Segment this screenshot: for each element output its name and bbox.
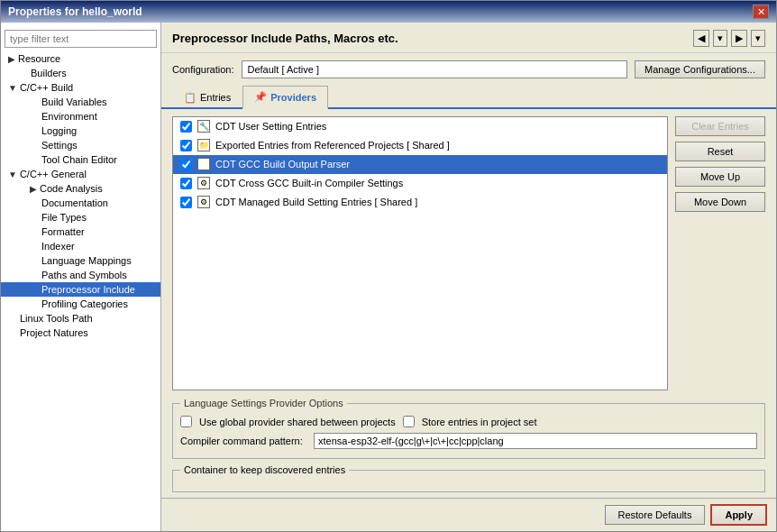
compiler-pattern-input[interactable] xyxy=(314,433,757,449)
provider-checkbox-cdt-user[interactable] xyxy=(180,121,192,133)
provider-icon-cdt-user: 🔧 xyxy=(197,120,210,133)
content-area: 🔧CDT User Setting Entries📁Exported Entri… xyxy=(161,109,776,398)
provider-checkbox-exported[interactable] xyxy=(180,140,192,151)
providers-icon: 📌 xyxy=(254,91,267,103)
provider-icon-cdt-gcc-build: ⚙ xyxy=(197,158,210,170)
sidebar-label-code-analysis: Code Analysis xyxy=(40,183,103,194)
global-provider-label: Use global provider shared between proje… xyxy=(199,417,396,427)
right-panel: Preprocessor Include Paths, Macros etc. … xyxy=(161,23,776,531)
sidebar-label-project-natures: Project Natures xyxy=(20,327,88,338)
sidebar-item-settings[interactable]: Settings xyxy=(1,138,160,152)
sidebar-item-formatter[interactable]: Formatter xyxy=(1,225,160,239)
sidebar-label-preprocessor-include: Preprocessor Include xyxy=(41,284,135,295)
provider-icon-cdt-cross-gcc: ⚙ xyxy=(197,177,210,189)
compiler-pattern-label: Compiler command pattern: xyxy=(180,436,306,446)
sidebar-item-build-variables[interactable]: Build Variables xyxy=(1,95,160,109)
global-provider-checkbox[interactable] xyxy=(180,416,192,427)
provider-label-cdt-user: CDT User Setting Entries xyxy=(215,121,326,132)
sidebar-item-file-types[interactable]: File Types xyxy=(1,210,160,225)
provider-icon-cdt-managed: ⚙ xyxy=(197,196,210,208)
tabs-row: 📋 Entries 📌 Providers xyxy=(161,86,776,109)
container-fieldset: Container to keep discovered entries xyxy=(172,464,765,492)
tree-arrow-resource: ▶ xyxy=(8,54,15,64)
sidebar-item-profiling-categories[interactable]: Profiling Categories xyxy=(1,297,160,311)
sidebar-item-linux-tools-path[interactable]: Linux Tools Path xyxy=(1,311,160,326)
sidebar-label-file-types: File Types xyxy=(41,212,87,223)
lower-content: Language Settings Provider Options Use g… xyxy=(161,398,776,498)
config-label: Configuration: xyxy=(172,64,234,75)
sidebar-item-builders[interactable]: Builders xyxy=(1,66,160,80)
dialog-title: Properties for hello_world xyxy=(8,5,142,18)
compiler-pattern-row: Compiler command pattern: xyxy=(180,429,757,453)
sidebar-item-preprocessor-include[interactable]: Preprocessor Include xyxy=(1,282,160,297)
tree-arrow-cpp-general: ▼ xyxy=(8,170,17,179)
container-legend: Container to keep discovered entries xyxy=(180,464,349,475)
restore-defaults-button[interactable]: Restore Defaults xyxy=(605,505,706,525)
sidebar-item-cpp-build[interactable]: ▼C/C++ Build xyxy=(1,80,160,95)
tab-providers[interactable]: 📌 Providers xyxy=(242,86,328,109)
close-button[interactable]: ✕ xyxy=(753,5,769,19)
entries-icon: 📋 xyxy=(184,92,197,104)
store-entries-label: Store entries in project set xyxy=(422,417,537,427)
provider-checkbox-cdt-gcc-build[interactable] xyxy=(180,159,192,170)
nav-arrows: ◀ ▾ ▶ ▾ xyxy=(693,30,765,47)
nav-dropdown-fwd[interactable]: ▾ xyxy=(751,30,765,47)
sidebar-label-build-variables: Build Variables xyxy=(41,96,107,107)
sidebar-item-environment[interactable]: Environment xyxy=(1,109,160,124)
provider-checkbox-cdt-managed[interactable] xyxy=(180,197,192,208)
filter-input[interactable] xyxy=(5,30,157,48)
sidebar-label-resource: Resource xyxy=(18,53,60,64)
sidebar-label-environment: Environment xyxy=(41,111,97,122)
sidebar-item-language-mappings[interactable]: Language Mappings xyxy=(1,253,160,268)
manage-configurations-button[interactable]: Manage Configurations... xyxy=(635,60,765,78)
global-provider-row: Use global provider shared between proje… xyxy=(180,414,757,429)
list-item-cdt-gcc-build[interactable]: ⚙CDT GCC Build Output Parser xyxy=(173,155,667,174)
sidebar-label-settings: Settings xyxy=(41,140,78,151)
panel-title: Preprocessor Include Paths, Macros etc. xyxy=(172,32,398,45)
language-settings-legend: Language Settings Provider Options xyxy=(180,398,347,408)
list-item-exported[interactable]: 📁Exported Entries from Referenced Projec… xyxy=(173,136,667,155)
tab-entries[interactable]: 📋 Entries xyxy=(172,86,242,109)
list-item-cdt-managed[interactable]: ⚙CDT Managed Build Setting Entries [ Sha… xyxy=(173,193,667,212)
sidebar-item-tool-chain-editor[interactable]: Tool Chain Editor xyxy=(1,152,160,167)
move-up-button[interactable]: Move Up xyxy=(675,167,765,187)
clear-entries-button[interactable]: Clear Entries xyxy=(675,116,765,136)
sidebar-item-code-analysis[interactable]: ▶Code Analysis xyxy=(1,181,160,196)
apply-button[interactable]: Apply xyxy=(710,504,767,526)
move-down-button[interactable]: Move Down xyxy=(675,192,765,212)
side-buttons: Clear Entries Reset Move Up Move Down xyxy=(675,116,765,390)
list-item-cdt-user[interactable]: 🔧CDT User Setting Entries xyxy=(173,117,667,136)
tree-arrow-code-analysis: ▶ xyxy=(30,184,37,194)
sidebar-item-paths-and-symbols[interactable]: Paths and Symbols xyxy=(1,268,160,282)
sidebar-label-builders: Builders xyxy=(31,68,67,78)
store-entries-checkbox[interactable] xyxy=(403,416,415,427)
sidebar-item-project-natures[interactable]: Project Natures xyxy=(1,326,160,340)
main-content: ▶ResourceBuilders▼C/C++ BuildBuild Varia… xyxy=(1,23,776,531)
provider-label-cdt-gcc-build: CDT GCC Build Output Parser xyxy=(215,159,350,170)
panel-header: Preprocessor Include Paths, Macros etc. … xyxy=(161,23,776,53)
sidebar-label-paths-and-symbols: Paths and Symbols xyxy=(41,270,127,280)
sidebar-label-documentation: Documentation xyxy=(41,197,108,208)
sidebar-label-language-mappings: Language Mappings xyxy=(41,255,132,266)
provider-label-cdt-cross-gcc: CDT Cross GCC Built-in Compiler Settings xyxy=(215,178,403,188)
sidebar-item-indexer[interactable]: Indexer xyxy=(1,239,160,253)
sidebar-item-documentation[interactable]: Documentation xyxy=(1,196,160,210)
nav-back-button[interactable]: ◀ xyxy=(693,30,709,47)
provider-checkbox-cdt-cross-gcc[interactable] xyxy=(180,178,192,189)
sidebar-label-tool-chain-editor: Tool Chain Editor xyxy=(41,154,117,165)
nav-dropdown-back[interactable]: ▾ xyxy=(713,30,727,47)
sidebar-label-formatter: Formatter xyxy=(41,226,85,237)
nav-fwd-button[interactable]: ▶ xyxy=(731,30,747,47)
sidebar-item-resource[interactable]: ▶Resource xyxy=(1,51,160,66)
sidebar-item-cpp-general[interactable]: ▼C/C++ General xyxy=(1,167,160,181)
sidebar-item-logging[interactable]: Logging xyxy=(1,124,160,138)
language-settings-fieldset: Language Settings Provider Options Use g… xyxy=(172,398,765,459)
config-dropdown[interactable]: Default [ Active ] xyxy=(242,60,628,78)
sidebar-label-cpp-build: C/C++ Build xyxy=(20,82,73,93)
reset-button[interactable]: Reset xyxy=(675,142,765,161)
sidebar-label-linux-tools-path: Linux Tools Path xyxy=(20,313,93,324)
provider-label-cdt-managed: CDT Managed Build Setting Entries [ Shar… xyxy=(215,197,417,207)
list-item-cdt-cross-gcc[interactable]: ⚙CDT Cross GCC Built-in Compiler Setting… xyxy=(173,174,667,193)
provider-icon-exported: 📁 xyxy=(197,139,210,151)
sidebar-label-logging: Logging xyxy=(41,125,77,136)
